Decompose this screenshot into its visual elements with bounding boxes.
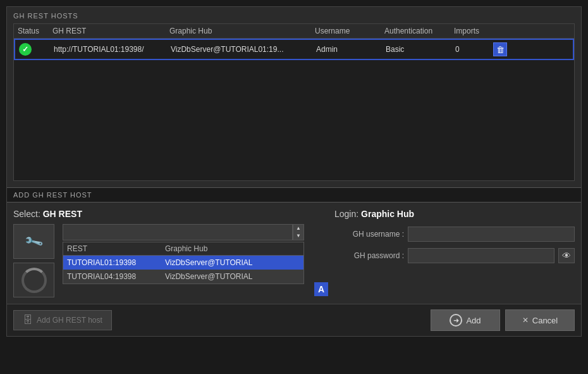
bottom-section: Select: GH REST 🔧 ▲ [7, 203, 581, 304]
icon-box: 🔧 [13, 224, 58, 297]
password-label: GH password : [334, 251, 404, 260]
list-item-hub: VizDbServer@TUTORIAL [165, 258, 300, 267]
table-empty-area [14, 60, 574, 180]
circle-arrow-icon: ➜ [450, 314, 462, 327]
row-imports: 0 [455, 45, 493, 54]
col-header-gh-rest: GH REST [52, 27, 169, 35]
password-row: GH password : 👁 [334, 248, 575, 263]
footer-right: ➜ Add ✕ Cancel [431, 309, 575, 331]
hosts-table: Status GH REST Graphic Hub Username Auth… [13, 23, 575, 181]
add-label: Add [466, 316, 481, 325]
login-panel: Login: Graphic Hub GH username : GH pass… [334, 209, 575, 297]
list-item-rest: TUTORIAL01:19398 [67, 258, 165, 267]
x-icon: ✕ [522, 316, 529, 325]
add-section-divider: ADD GH REST HOST [7, 187, 581, 203]
row-username: Admin [316, 45, 386, 54]
top-section-title: GH REST HOSTS [13, 12, 575, 20]
wrench-button[interactable]: 🔧 [13, 224, 54, 259]
add-host-button[interactable]: 🗄 Add GH REST host [13, 310, 112, 330]
delete-button[interactable]: 🗑 [493, 42, 507, 56]
list-col-rest-header: REST [67, 244, 165, 253]
row-status: ✓ [19, 43, 54, 56]
password-input[interactable] [408, 248, 554, 263]
top-section: GH REST HOSTS Status GH REST Graphic Hub… [7, 7, 581, 187]
username-input[interactable] [408, 227, 575, 242]
login-title: Login: Graphic Hub [334, 209, 575, 219]
username-label: GH username : [334, 230, 404, 239]
col-header-authentication: Authentication [384, 27, 454, 35]
list-col-hub-header: Graphic Hub [165, 244, 300, 253]
add-section-title: ADD GH REST HOST [13, 191, 92, 199]
username-row: GH username : [334, 227, 575, 242]
arrow-up-button[interactable]: ▲ [293, 225, 303, 232]
add-button[interactable]: ➜ Add [431, 309, 500, 331]
col-header-imports: Imports [454, 27, 492, 35]
dropdown-arrows: ▲ ▼ [293, 224, 304, 240]
list-item-rest: TUTORIAL04:19398 [67, 272, 165, 281]
dropdown-input-row: ▲ ▼ [63, 224, 304, 240]
dropdown-input[interactable] [63, 224, 293, 240]
database-icon: 🗄 [23, 315, 33, 326]
select-inner: 🔧 ▲ ▼ [13, 224, 328, 297]
col-header-status: Status [18, 27, 52, 35]
show-password-button[interactable]: 👁 [558, 248, 575, 263]
list-header: REST Graphic Hub [63, 242, 303, 256]
connected-icon: ✓ [19, 43, 32, 56]
dropdown-area: ▲ ▼ REST Graphic Hub TUTORIAL01:19398 Vi… [63, 224, 304, 297]
row-gh-rest: http://TUTORIAL01:19398/ [54, 45, 171, 54]
row-graphic-hub: VizDbServer@TUTORIAL01:19... [171, 45, 316, 54]
col-header-username: Username [315, 27, 384, 35]
a-badge: A [314, 282, 328, 296]
arrow-down-button[interactable]: ▼ [293, 232, 303, 240]
select-title: Select: GH REST [13, 209, 328, 219]
table-row[interactable]: ✓ http://TUTORIAL01:19398/ VizDbServer@T… [14, 39, 574, 60]
loading-button[interactable] [13, 263, 54, 297]
col-header-graphic-hub: Graphic Hub [169, 27, 315, 35]
dropdown-list: REST Graphic Hub TUTORIAL01:19398 VizDbS… [63, 242, 304, 284]
cancel-label: Cancel [532, 316, 558, 325]
loading-icon [21, 268, 47, 293]
list-item[interactable]: TUTORIAL04:19398 VizDbServer@TUTORIAL [63, 270, 303, 284]
row-authentication: Basic [386, 45, 455, 54]
list-item-hub: VizDbServer@TUTORIAL [165, 272, 300, 281]
table-header: Status GH REST Graphic Hub Username Auth… [14, 24, 574, 39]
main-panel: GH REST HOSTS Status GH REST Graphic Hub… [6, 6, 582, 337]
add-host-label: Add GH REST host [37, 316, 102, 325]
cancel-button[interactable]: ✕ Cancel [505, 309, 575, 331]
footer: 🗄 Add GH REST host ➜ Add ✕ Cancel [7, 304, 581, 336]
list-item[interactable]: TUTORIAL01:19398 VizDbServer@TUTORIAL [63, 256, 303, 270]
row-action: 🗑 [493, 42, 512, 56]
select-panel: Select: GH REST 🔧 ▲ [13, 209, 328, 297]
wrench-icon: 🔧 [23, 231, 45, 252]
